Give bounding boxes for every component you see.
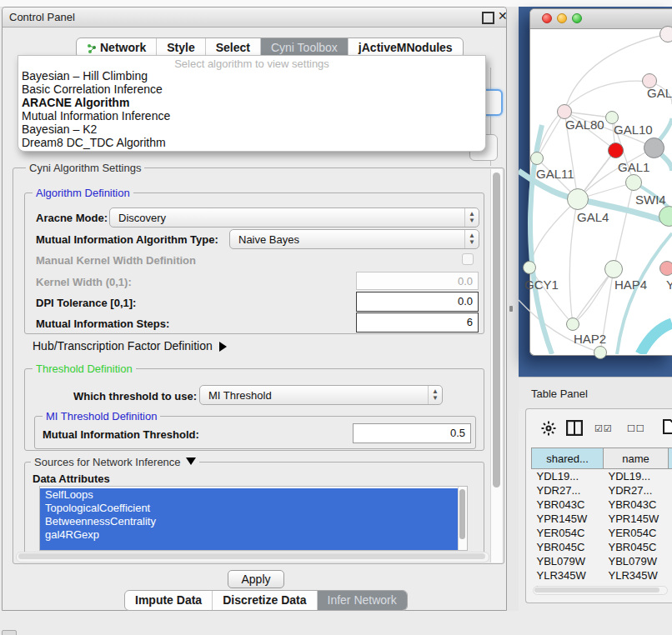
column-header[interactable]: shared...: [532, 448, 604, 469]
popup-item[interactable]: Bayesian – K2: [22, 122, 97, 136]
cell[interactable]: YBR045C: [532, 540, 604, 554]
network-node-gray[interactable]: [644, 138, 664, 158]
aracne-mode-combo[interactable]: Discovery ▲▼: [109, 208, 479, 228]
cell[interactable]: 9.: [669, 512, 672, 526]
close-traffic-icon[interactable]: [542, 13, 552, 23]
node-label: HAP2: [574, 332, 606, 346]
popup-item[interactable]: Dream8 DC_TDC Algorithm: [22, 136, 166, 149]
table-row[interactable]: YBR045CYBR045C9.: [532, 540, 672, 554]
cell[interactable]: YBR043C: [532, 498, 604, 512]
settings-hscrollbar[interactable]: [16, 552, 489, 562]
table-row[interactable]: YLR345WYLR345W9.: [532, 568, 672, 582]
minimize-traffic-icon[interactable]: [557, 13, 567, 23]
cell[interactable]: YLR345W: [532, 568, 604, 582]
network-node[interactable]: [566, 318, 579, 331]
cell[interactable]: YLR345W: [604, 568, 669, 582]
cell[interactable]: YER054C: [532, 526, 604, 540]
cell[interactable]: YPR145W: [604, 512, 669, 526]
cell[interactable]: 9.: [669, 540, 672, 554]
settings-scrollbar-thumb[interactable]: [493, 172, 500, 488]
cell[interactable]: YBL079W: [604, 554, 669, 568]
popup-item[interactable]: Basic Correlation Inference: [22, 82, 163, 96]
column-header[interactable]: name: [604, 448, 669, 469]
table-row[interactable]: YBL079WYBL079W: [532, 554, 672, 568]
cell[interactable]: YDR27...: [532, 483, 604, 498]
dpi-tolerance-field[interactable]: 0.0: [356, 292, 479, 312]
network-node[interactable]: [594, 346, 607, 359]
cell[interactable]: YBR043C: [604, 498, 669, 512]
table-row[interactable]: YBR043CYBR043C: [532, 498, 672, 512]
popup-item[interactable]: Bayesian – Hill Climbing: [22, 69, 148, 82]
network-window-titlebar[interactable]: [530, 9, 672, 29]
mi-threshold-label: Mutual Information Threshold:: [43, 428, 199, 441]
cell[interactable]: 8.: [669, 526, 672, 540]
control-panel-titlebar[interactable]: Control Panel ✕: [3, 8, 506, 28]
network-node[interactable]: [625, 174, 642, 191]
tab-infer-network[interactable]: Infer Network: [318, 591, 407, 610]
attribute-item[interactable]: SelfLoops: [40, 488, 467, 502]
apply-button[interactable]: Apply: [228, 570, 284, 588]
close-icon[interactable]: ✕: [498, 9, 508, 22]
divider-handle[interactable]: [509, 306, 513, 312]
settings-hscrollbar-thumb[interactable]: [18, 553, 485, 559]
attribute-item[interactable]: TopologicalCoefficient: [40, 502, 467, 515]
mi-steps-field[interactable]: 6: [356, 312, 479, 332]
bottom-corner-button[interactable]: [2, 630, 17, 635]
table-hscrollbar-thumb[interactable]: [534, 588, 659, 592]
popup-item-selected[interactable]: ARACNE Algorithm: [22, 96, 129, 109]
popup-item[interactable]: Mutual Information Inference: [22, 109, 170, 122]
settings-scrollbar[interactable]: [490, 169, 502, 562]
network-node[interactable]: [530, 152, 544, 165]
sources-group-title[interactable]: Sources for Network Inference: [31, 456, 199, 468]
network-node[interactable]: [659, 261, 672, 276]
tab-impute-data[interactable]: Impute Data: [125, 591, 213, 610]
cell[interactable]: 9.: [669, 582, 672, 597]
cell[interactable]: YBR045C: [604, 540, 669, 554]
manual-kernel-checkbox[interactable]: [462, 253, 474, 265]
float-icon[interactable]: [482, 12, 494, 24]
cell[interactable]: YDR27...: [604, 483, 669, 498]
kernel-width-field[interactable]: 0.0: [356, 272, 479, 290]
cell[interactable]: YDL19...: [604, 469, 669, 484]
cell[interactable]: YDL19...: [532, 469, 604, 484]
data-attributes-list[interactable]: SelfLoops TopologicalCoefficient Between…: [39, 486, 468, 551]
mi-threshold-field[interactable]: 0.5: [353, 423, 471, 443]
hub-definition-expander[interactable]: Hub/Transcription Factor Definition: [33, 339, 227, 352]
cell[interactable]: 9.: [669, 568, 672, 582]
network-node-red[interactable]: [608, 142, 624, 158]
threshold-definition-title: Threshold Definition: [33, 362, 136, 375]
document-icon[interactable]: [663, 419, 672, 434]
network-window[interactable]: [529, 8, 672, 356]
network-node[interactable]: [659, 26, 672, 42]
attribute-item[interactable]: BetweennessCentrality: [40, 515, 467, 528]
table-row[interactable]: YPR145WYPR145W9.: [532, 512, 672, 526]
gear-icon[interactable]: [541, 421, 556, 436]
table-hscrollbar[interactable]: [533, 586, 668, 595]
attribute-item[interactable]: gal4RGexp: [40, 528, 467, 542]
columns-icon[interactable]: [566, 420, 583, 436]
network-node[interactable]: [604, 260, 623, 278]
attribute-item-partial[interactable]: [40, 542, 467, 551]
cell[interactable]: 12: [669, 483, 672, 498]
unselect-all-icon[interactable]: ☐☐: [627, 423, 645, 434]
mi-type-combo[interactable]: Naive Bayes ▲▼: [229, 229, 479, 249]
cell[interactable]: [669, 498, 672, 512]
network-node[interactable]: [567, 188, 589, 210]
attributes-scrollbar-thumb[interactable]: [459, 489, 465, 539]
cell[interactable]: [669, 554, 672, 568]
table-row[interactable]: YDL19...YDL19...13: [532, 469, 672, 484]
which-threshold-combo[interactable]: MI Threshold ▲▼: [199, 385, 443, 405]
table-row[interactable]: YER054CYER054C8.: [532, 526, 672, 540]
table-row[interactable]: YDR27...YDR27...12: [532, 483, 672, 498]
select-all-icon[interactable]: ☑☑: [594, 423, 613, 434]
column-header[interactable]: A: [669, 448, 672, 469]
tab-label: jActiveMNodules: [359, 41, 453, 54]
cell[interactable]: YER054C: [604, 526, 669, 540]
attributes-scrollbar[interactable]: [458, 487, 467, 550]
cell[interactable]: 13: [669, 469, 672, 484]
tab-discretize-data[interactable]: Discretize Data: [213, 591, 317, 610]
zoom-traffic-icon[interactable]: [572, 13, 582, 23]
cell[interactable]: YBL079W: [532, 554, 604, 568]
cell[interactable]: YPR145W: [532, 512, 604, 526]
network-node[interactable]: [523, 261, 536, 274]
